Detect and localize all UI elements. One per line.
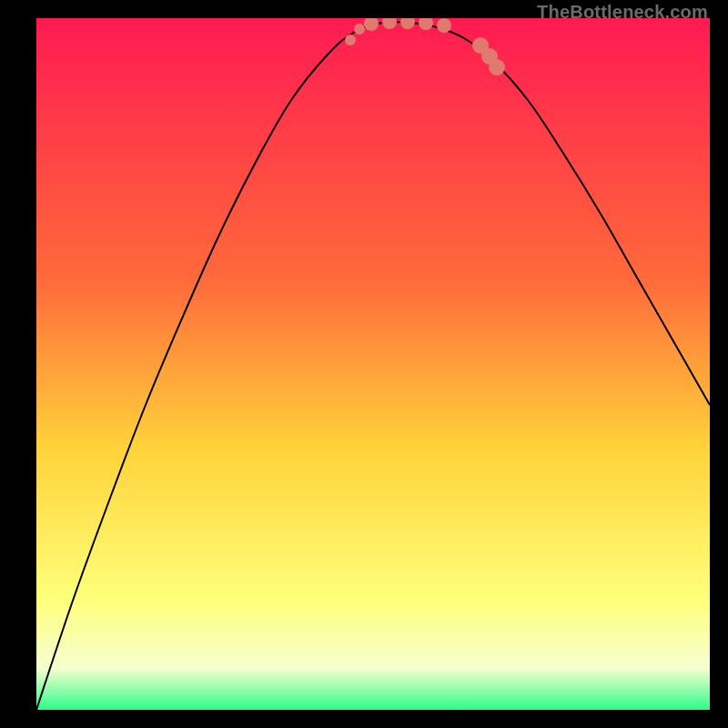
gradient-backdrop — [36, 18, 710, 710]
chart-frame: TheBottleneck.com — [0, 0, 728, 728]
watermark-text: TheBottleneck.com — [537, 2, 708, 23]
marker-dot — [489, 59, 505, 76]
plot-area — [36, 18, 710, 710]
marker-dot — [345, 35, 356, 46]
marker-dot — [437, 18, 451, 33]
bottleneck-chart — [36, 18, 710, 710]
marker-dot — [354, 24, 365, 35]
